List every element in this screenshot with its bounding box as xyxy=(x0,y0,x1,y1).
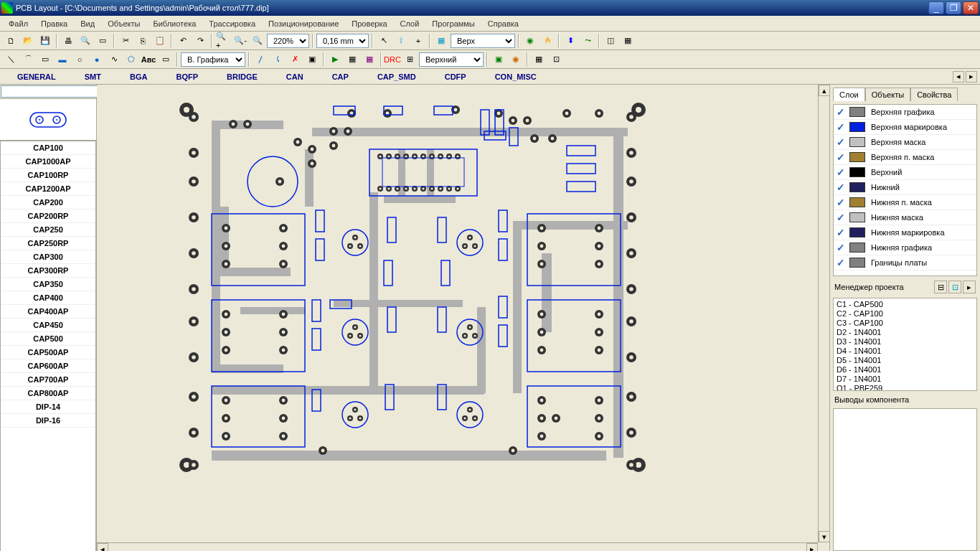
minimize-button[interactable]: _ xyxy=(928,1,944,14)
component-item[interactable]: CAP500AP xyxy=(1,346,95,359)
delete-icon[interactable]: ▭ xyxy=(158,52,174,67)
polyline-icon[interactable]: ∿ xyxy=(106,52,122,67)
top-combo[interactable]: Верхний xyxy=(419,52,484,67)
ellipse-icon[interactable]: ○ xyxy=(72,52,88,67)
route-manual-icon[interactable]: 〳 xyxy=(253,52,268,67)
pointer-icon[interactable]: ↖ xyxy=(376,33,392,49)
check-icon[interactable]: ✓ xyxy=(835,197,847,208)
scroll-up-icon[interactable]: ▴ xyxy=(819,85,829,96)
zoom-in-icon[interactable]: 🔍+ xyxy=(215,33,231,49)
zoom-window-icon[interactable]: 🔍 xyxy=(250,33,265,49)
polygon-icon[interactable]: ⬠ xyxy=(123,52,139,67)
layer-row[interactable]: ✓Верхняя маска xyxy=(834,135,976,150)
component-list[interactable]: CAP100CAP1000APCAP100RPCAP1200APCAP200CA… xyxy=(0,141,96,551)
component-item[interactable]: CAP400AP xyxy=(1,305,95,319)
rect-icon[interactable]: ▭ xyxy=(37,52,53,67)
tab-next-icon[interactable]: ▸ xyxy=(966,71,977,83)
pm-expand-icon[interactable]: ▸ xyxy=(963,281,976,293)
route-check-icon[interactable]: ⤳ xyxy=(580,33,595,49)
horizontal-scrollbar[interactable]: ◂ ▸ xyxy=(97,542,818,551)
check-icon[interactable]: ✓ xyxy=(835,151,847,163)
print-icon[interactable]: 🖶 xyxy=(60,33,76,49)
line-icon[interactable]: ＼ xyxy=(3,52,19,67)
layer-color-swatch[interactable] xyxy=(849,152,865,162)
component-item[interactable]: DIP-16 xyxy=(1,414,95,428)
menu-library[interactable]: Библиотека xyxy=(148,18,202,29)
component-item[interactable]: CAP1200AP xyxy=(1,182,95,196)
tab-general[interactable]: GENERAL xyxy=(3,70,70,83)
settings-icon[interactable]: ▦ xyxy=(344,52,360,67)
pad-icon[interactable]: ◉ xyxy=(508,52,524,67)
scroll-left-icon[interactable]: ◂ xyxy=(97,543,108,551)
stop-icon[interactable]: ▦ xyxy=(362,52,377,67)
layer-color-swatch[interactable] xyxy=(849,212,865,222)
menu-programs[interactable]: Программы xyxy=(426,18,480,29)
layer-color-swatch[interactable] xyxy=(849,242,865,253)
filled-rect-icon[interactable]: ▬ xyxy=(55,52,70,67)
project-manager-list[interactable]: C1 - CAP500C2 - CAP100C3 - CAP100D2 - 1N… xyxy=(833,298,977,391)
component-item[interactable]: CAP1000AP xyxy=(1,155,95,169)
pan-icon[interactable]: ⬍ xyxy=(562,33,578,49)
project-item[interactable]: D2 - 1N4001 xyxy=(835,328,975,337)
layer-color-swatch[interactable] xyxy=(849,167,865,177)
menu-view[interactable]: Вид xyxy=(75,18,100,29)
measure-icon[interactable]: ⟟ xyxy=(393,33,409,49)
layers-list[interactable]: ✓Верхняя графика✓Верхняя маркировка✓Верх… xyxy=(833,104,977,276)
pcb-board[interactable] xyxy=(169,92,656,494)
drc2-icon[interactable]: DRC xyxy=(385,52,400,67)
tab-can[interactable]: CAN xyxy=(272,70,318,83)
menu-file[interactable]: Файл xyxy=(3,18,34,29)
pm-sort-icon[interactable]: ⊟ xyxy=(934,281,947,293)
drc-icon[interactable]: ◉ xyxy=(522,33,538,49)
component-item[interactable]: CAP100RP xyxy=(1,169,95,182)
close-button[interactable]: ✕ xyxy=(963,1,979,14)
find-icon[interactable]: ₳ xyxy=(540,33,555,49)
graphics-combo[interactable]: В. Графика xyxy=(181,52,245,67)
layer-color-swatch[interactable] xyxy=(849,137,865,147)
menu-positioning[interactable]: Позиционирование xyxy=(263,18,344,29)
menu-help[interactable]: Справка xyxy=(482,18,524,29)
paste-icon[interactable]: 📋 xyxy=(152,33,168,49)
menu-layer[interactable]: Слой xyxy=(395,18,425,29)
layer-row[interactable]: ✓Границы платы xyxy=(834,255,976,270)
unroute-icon[interactable]: ✗ xyxy=(287,52,303,67)
tab-objects[interactable]: Объекты xyxy=(865,88,910,101)
undo-icon[interactable]: ↶ xyxy=(175,33,191,49)
layer-color-swatch[interactable] xyxy=(849,227,865,237)
3d-icon[interactable]: ▦ xyxy=(531,52,547,67)
layer-row[interactable]: ✓Верхняя графика xyxy=(834,105,976,120)
component-item[interactable]: CAP800AP xyxy=(1,387,95,400)
component-item[interactable]: CAP300RP xyxy=(1,264,95,278)
layer-row[interactable]: ✓Нижняя маркировка xyxy=(834,225,976,240)
filled-ellipse-icon[interactable]: ● xyxy=(89,52,105,67)
layer-color-swatch[interactable] xyxy=(849,197,865,207)
layer-color-swatch[interactable] xyxy=(849,182,865,192)
run-icon[interactable]: ▶ xyxy=(327,52,343,67)
tab-cdfp[interactable]: CDFP xyxy=(430,70,481,83)
tab-prev-icon[interactable]: ◂ xyxy=(953,71,964,83)
project-item[interactable]: D3 - 1N4001 xyxy=(835,337,975,347)
print-preview-icon[interactable]: 🔍 xyxy=(77,33,93,49)
layer-color-swatch[interactable] xyxy=(849,107,865,117)
check-icon[interactable]: ✓ xyxy=(835,106,847,118)
scroll-right-icon[interactable]: ▸ xyxy=(806,543,818,551)
canvas-area[interactable]: ▴ ▾ ◂ ▸ xyxy=(97,85,829,551)
props-icon[interactable]: ⊡ xyxy=(548,52,564,67)
via-icon[interactable]: ▣ xyxy=(304,52,320,67)
component-item[interactable]: CAP600AP xyxy=(1,359,95,373)
project-item[interactable]: D5 - 1N4001 xyxy=(835,356,975,365)
route-edit-icon[interactable]: ⤹ xyxy=(270,52,286,67)
outputs-box[interactable] xyxy=(833,408,977,551)
tab-bridge[interactable]: BRIDGE xyxy=(212,70,272,83)
width-combo[interactable]: 0,16 mm xyxy=(316,34,369,48)
menu-routing[interactable]: Трассировка xyxy=(203,18,261,29)
component-item[interactable]: CAP350 xyxy=(1,278,95,291)
layer-row[interactable]: ✓Верхний xyxy=(834,165,976,180)
copy-icon[interactable]: ⎘ xyxy=(135,33,151,49)
menu-check[interactable]: Проверка xyxy=(346,18,392,29)
tab-smt[interactable]: SMT xyxy=(70,70,116,83)
check-icon[interactable]: ✓ xyxy=(835,242,847,253)
ratsnest-icon[interactable]: ⊞ xyxy=(402,52,418,67)
text-icon[interactable]: Авс xyxy=(141,52,156,67)
tab-con-misc[interactable]: CON_MISC xyxy=(481,70,551,83)
